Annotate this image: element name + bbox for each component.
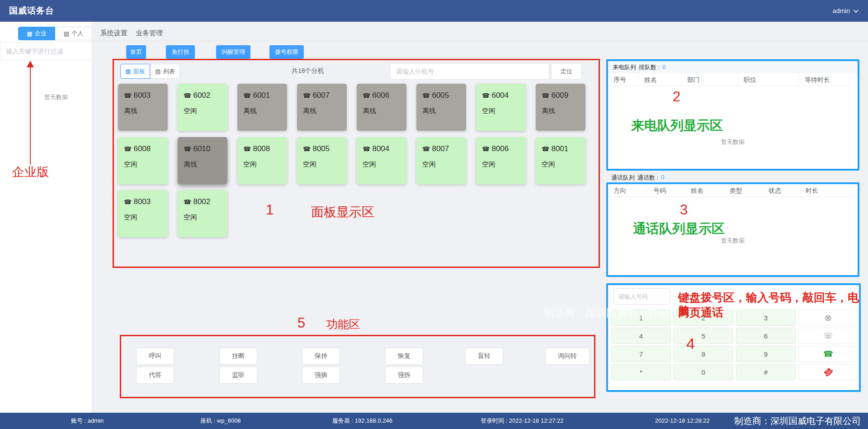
extension-number: 8008 [253, 144, 270, 153]
home-button[interactable]: 首页 [126, 45, 146, 59]
view-tab-label: 面板 [133, 67, 145, 76]
extension-count-text: 共18个分机 [292, 67, 324, 75]
extension-status: 离线 [243, 107, 281, 115]
sidebar-tab-label: 个人 [71, 29, 83, 38]
extension-status: 空闲 [124, 160, 162, 169]
call-queue-header: 方向 号码 姓名 类型 状态 时长 [608, 184, 858, 197]
column-header: 序号 [608, 76, 639, 84]
extension-tile[interactable]: ☎6003离线 [118, 84, 168, 131]
phone-icon: ☎ [542, 145, 549, 153]
attended-transfer-button[interactable]: 询问转 [545, 348, 590, 365]
dial-key-star[interactable]: * [611, 364, 671, 380]
extension-tile[interactable]: ☎8007空闲 [416, 137, 466, 184]
extension-number: 6005 [432, 91, 449, 100]
extension-number: 6002 [193, 91, 210, 100]
extension-tile[interactable]: ☎8004空闲 [357, 137, 406, 184]
incoming-queue-count: 0 [662, 64, 665, 71]
answer-key[interactable]: ☎ [798, 346, 858, 362]
phone-icon: ☎ [243, 145, 251, 153]
chevron-down-icon [854, 8, 859, 13]
extension-tile[interactable]: ☎8002空闲 [178, 190, 227, 237]
extension-tile[interactable]: ☎6006离线 [357, 84, 406, 131]
barge-in-button[interactable]: 强插 [302, 367, 340, 384]
column-header: 状态 [763, 186, 800, 195]
extension-tile[interactable]: ☎6009离线 [536, 84, 585, 131]
dial-permission-button[interactable]: 拨号权限 [269, 45, 304, 59]
extension-tile[interactable]: ☎6007离线 [297, 84, 347, 131]
list-icon: ▤ [64, 30, 69, 37]
annotation-number-5: 5 [297, 315, 305, 331]
locate-button[interactable]: 定位 [551, 63, 582, 80]
pickup-button[interactable]: 代答 [136, 367, 174, 384]
dial-key-hash[interactable]: # [736, 364, 796, 380]
dial-key-5[interactable]: 5 [674, 328, 733, 344]
phone-icon: ☎ [124, 92, 132, 99]
extension-tile[interactable]: ☎8005空闲 [297, 137, 347, 184]
wakeup-manage-button[interactable]: 叫醒管理 [216, 45, 250, 59]
extension-tile[interactable]: ☎6002空闲 [178, 84, 227, 131]
column-header: 号码 [648, 186, 685, 195]
phone-icon: ☎ [243, 92, 251, 99]
monitor-button[interactable]: 监听 [219, 367, 257, 384]
extension-number: 8007 [432, 144, 449, 153]
annotation-enterprise-label: 企业版 [12, 164, 49, 180]
view-tab-panel[interactable]: ▦ 面板 [120, 64, 150, 79]
tab-system-settings[interactable]: 系统设置 [100, 26, 127, 40]
extension-tile[interactable]: ☎8001空闲 [536, 137, 585, 184]
hangup-key[interactable]: ☎ [798, 364, 858, 380]
dial-key-7[interactable]: 7 [611, 346, 671, 362]
extension-tile[interactable]: ☎6004空闲 [476, 84, 526, 131]
extension-tile[interactable]: ☎8006空闲 [476, 137, 526, 184]
extension-number: 6004 [491, 91, 509, 100]
phone-icon: ☎ [363, 145, 370, 153]
view-tab-label: 列表 [163, 67, 175, 76]
extension-search-input[interactable] [390, 63, 549, 80]
dial-key-3[interactable]: 3 [736, 310, 796, 326]
extension-tile[interactable]: ☎6010离线 [178, 137, 227, 184]
dial-number-input[interactable] [613, 288, 670, 305]
force-release-button[interactable]: 强拆 [385, 367, 423, 384]
blind-transfer-button[interactable]: 盲转 [465, 348, 503, 365]
tab-business-management[interactable]: 业务管理 [136, 26, 163, 40]
resume-button[interactable]: 恢复 [385, 348, 423, 365]
dial-key-6[interactable]: 6 [736, 328, 796, 344]
call-queue-titlebar: 通话队列 通话数 : 0 [611, 174, 664, 182]
extension-number: 6003 [133, 91, 151, 100]
call-button[interactable]: 呼叫 [136, 348, 174, 365]
phone-icon: ☎ [303, 145, 311, 153]
extension-tile[interactable]: ☎8008空闲 [237, 137, 287, 184]
hold-button[interactable]: 保持 [302, 348, 340, 365]
status-account: 账号 : admin [71, 413, 104, 429]
dial-key-4[interactable]: 4 [611, 328, 671, 344]
extension-tile[interactable]: ☎6001离线 [237, 84, 287, 131]
annotation-number-1: 1 [266, 202, 274, 218]
extension-tile[interactable]: ☎6008空闲 [118, 137, 168, 184]
annotation-arrow-line [30, 67, 31, 165]
username: admin [833, 7, 850, 14]
hangup-button[interactable]: 挂断 [219, 348, 257, 365]
phone-off-key[interactable]: ☏ [798, 328, 858, 344]
status-login-time: 登录时间 : 2022-12-18 12:27:22 [481, 413, 564, 429]
dial-key-9[interactable]: 9 [736, 346, 796, 362]
extension-tile[interactable]: ☎6005离线 [416, 84, 466, 131]
extension-number: 8002 [193, 197, 210, 206]
sidebar-tab-enterprise[interactable]: ▦ 企业 [18, 27, 55, 40]
sidebar-tab-personal[interactable]: ▤ 个人 [55, 27, 92, 40]
dnd-button[interactable]: 免打扰 [166, 45, 195, 59]
column-header: 等待时长 [799, 76, 854, 84]
call-queue-title: 通话队列 [611, 174, 635, 182]
sidebar: ▦ 企业 ▤ 个人 暂无数据 企业版 [0, 22, 92, 413]
extension-status: 离线 [303, 107, 341, 115]
user-menu[interactable]: admin [833, 0, 857, 22]
view-tab-list[interactable]: ▤ 列表 [150, 64, 180, 79]
dial-key-8[interactable]: 8 [674, 346, 733, 362]
column-header: 姓名 [685, 186, 724, 195]
extension-status: 离线 [363, 107, 401, 115]
incoming-queue-header: 序号 姓名 部门 职位 等待时长 [608, 73, 858, 86]
backspace-key[interactable]: ⊗ [798, 310, 858, 326]
dial-key-0[interactable]: 0 [674, 364, 733, 380]
extension-tile[interactable]: ☎8003空闲 [118, 190, 168, 237]
filter-input[interactable] [0, 42, 92, 60]
sidebar-tab-group: ▦ 企业 ▤ 个人 [18, 27, 92, 40]
call-queue-empty: 暂无数据 [608, 237, 858, 245]
